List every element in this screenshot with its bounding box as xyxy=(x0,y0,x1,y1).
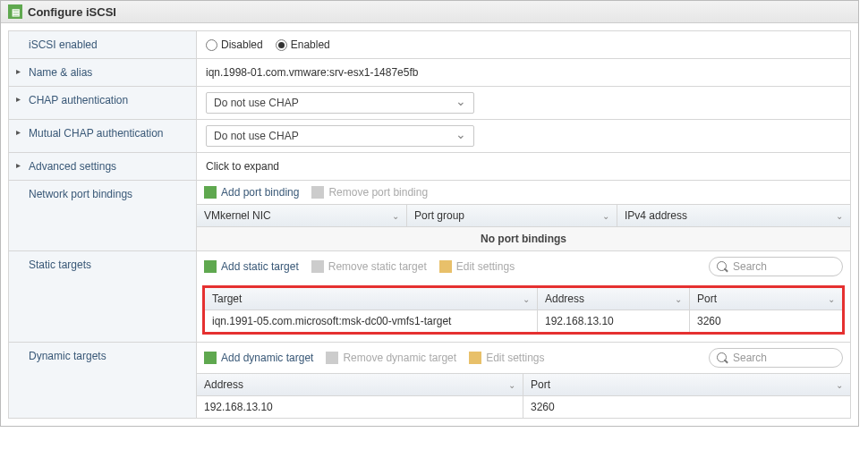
remove-icon xyxy=(311,260,324,273)
cell-address: 192.168.13.10 xyxy=(545,315,614,327)
edit-static-target-button: Edit settings xyxy=(439,260,515,273)
cell-target: iqn.1991-05.com.microsoft:msk-dc00-vmfs1… xyxy=(212,315,451,327)
chevron-down-icon: ⌄ xyxy=(523,294,530,304)
static-targets-highlight: Target⌄ Address⌄ Port⌄ iqn.1991-05.com.m… xyxy=(202,285,845,335)
add-icon xyxy=(204,186,217,199)
add-static-target-button[interactable]: Add static target xyxy=(204,260,299,273)
radio-checked-icon xyxy=(276,39,287,51)
label-dynamic-targets: Dynamic targets xyxy=(9,343,197,418)
chevron-down-icon: ⌄ xyxy=(836,211,843,221)
chevron-right-icon: ▸ xyxy=(16,94,25,104)
remove-dynamic-target-button: Remove dynamic target xyxy=(326,352,456,364)
cell-port: 3260 xyxy=(697,315,721,327)
row-name-alias[interactable]: ▸ Name & alias xyxy=(9,59,197,86)
remove-port-binding-button: Remove port binding xyxy=(311,186,428,199)
add-port-binding-button[interactable]: Add port binding xyxy=(204,186,299,199)
col-address[interactable]: Address⌄ xyxy=(538,288,690,310)
col-target[interactable]: Target⌄ xyxy=(205,288,538,310)
label-static-targets: Static targets xyxy=(9,251,197,342)
remove-icon xyxy=(326,352,338,364)
empty-port-bindings: No port bindings xyxy=(197,227,850,250)
chevron-down-icon: ⌄ xyxy=(508,380,515,390)
col-port[interactable]: Port⌄ xyxy=(690,288,842,310)
col-address[interactable]: Address⌄ xyxy=(197,374,523,395)
add-icon xyxy=(204,260,217,273)
cell-address: 192.168.13.10 xyxy=(204,401,273,413)
col-ipv4-address[interactable]: IPv4 address⌄ xyxy=(617,205,850,226)
chevron-down-icon: ⌄ xyxy=(836,380,843,390)
chevron-right-icon: ▸ xyxy=(16,160,25,170)
remove-static-target-button: Remove static target xyxy=(311,260,427,273)
chevron-right-icon: ▸ xyxy=(16,66,25,76)
radio-disabled[interactable]: Disabled xyxy=(206,38,263,51)
chevron-down-icon: ⌄ xyxy=(828,294,835,304)
col-port-group[interactable]: Port group⌄ xyxy=(407,205,617,226)
edit-dynamic-target-button: Edit settings xyxy=(469,352,544,364)
chevron-right-icon: ▸ xyxy=(16,127,25,137)
select-chap[interactable]: Do not use CHAP xyxy=(206,92,474,114)
add-icon xyxy=(204,352,217,364)
config-table: iSCSI enabled Disabled Enabled xyxy=(8,30,851,419)
row-mutual-chap-auth[interactable]: ▸ Mutual CHAP authentication xyxy=(9,120,197,152)
dialog-titlebar: ▤ Configure iSCSI xyxy=(1,1,858,23)
row-advanced-settings[interactable]: ▸ Advanced settings xyxy=(9,153,197,180)
advanced-expand-hint[interactable]: Click to expand xyxy=(206,160,841,173)
chevron-down-icon: ⌄ xyxy=(392,211,399,221)
col-vmkernel-nic[interactable]: VMkernel NIC⌄ xyxy=(197,205,407,226)
chevron-down-icon: ⌄ xyxy=(675,294,682,304)
iscsi-icon: ▤ xyxy=(8,4,22,19)
radio-icon xyxy=(206,39,217,51)
search-dynamic-input[interactable]: Search xyxy=(709,348,843,368)
pencil-icon xyxy=(469,352,481,364)
radio-enabled[interactable]: Enabled xyxy=(276,38,330,51)
search-static-input[interactable]: Search xyxy=(709,257,843,276)
remove-icon xyxy=(311,186,324,199)
select-mutual-chap[interactable]: Do not use CHAP xyxy=(206,125,474,147)
cell-port: 3260 xyxy=(531,401,555,413)
configure-iscsi-dialog: ▤ Configure iSCSI iSCSI enabled Disabled xyxy=(0,0,859,427)
chevron-down-icon: ⌄ xyxy=(602,211,609,221)
value-iqn-name: iqn.1998-01.com.vmware:srv-esx1-1487e5fb xyxy=(206,66,841,79)
label-port-bindings: Network port bindings xyxy=(9,181,197,250)
pencil-icon xyxy=(439,260,452,273)
add-dynamic-target-button[interactable]: Add dynamic target xyxy=(204,352,313,364)
table-row[interactable]: iqn.1991-05.com.microsoft:msk-dc00-vmfs1… xyxy=(205,310,842,332)
table-row[interactable]: 192.168.13.10 3260 xyxy=(197,396,850,418)
col-port[interactable]: Port⌄ xyxy=(523,374,850,395)
row-chap-auth[interactable]: ▸ CHAP authentication xyxy=(9,87,197,119)
dialog-title: Configure iSCSI xyxy=(28,5,116,19)
label-iscsi-enabled: iSCSI enabled xyxy=(9,31,197,58)
